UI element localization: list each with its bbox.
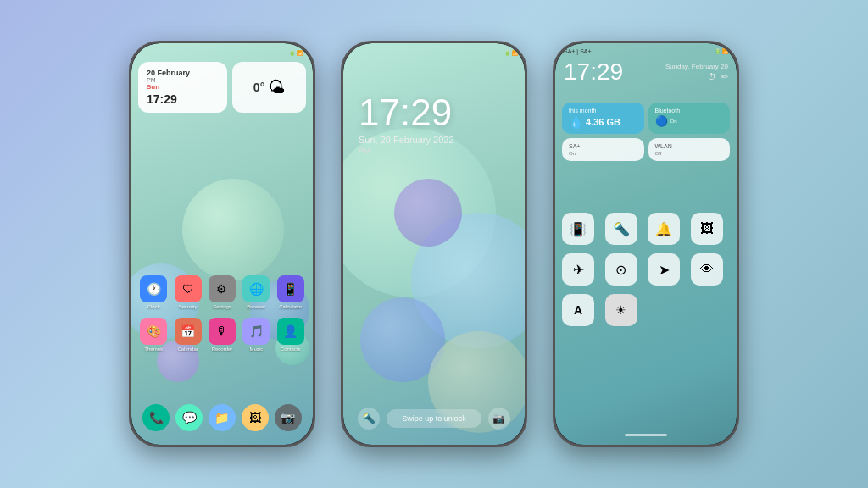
notification-button[interactable]: 🔔 [648,213,680,245]
phone-home: 🔋📶 20 February PM Sun 17:29 0° 🌤 🕐 Clock [129,41,315,447]
ctrl-wlan-tile[interactable]: WLAN Off [648,138,731,161]
lock-time-display: 17:29 Sun, 20 February 2022 PM [343,94,525,155]
font-button[interactable]: A [562,294,594,326]
ctrl-status-bar: SA+ | SA+ 🔋📶 [555,48,737,54]
brightness-button[interactable]: ☀ [605,294,637,326]
auto-brightness-button[interactable]: ⊙ [605,253,637,286]
temperature: 0° [253,80,264,94]
app-clock[interactable]: 🕐 Clock [138,275,169,309]
app-contacts[interactable]: 👤 Contacts [275,318,306,352]
app-row-2: 🎨 Themes 📅 Calendar 🎙 Recorder 🎵 Music 👤 [136,318,308,352]
ctrl-tiles-grid: this month 💧 4.36 GB Bluetooth 🔵 On SA+ … [562,103,730,161]
dock-phone[interactable]: 📞 [141,404,171,431]
phone-lockscreen: 🔋📶 17:29 Sun, 20 February 2022 PM 🔦 Swip… [341,41,527,447]
ctrl-icon-row-1: 📳 🔦 🔔 🖼 [562,213,730,245]
dock-gallery[interactable]: 🖼 [240,404,270,431]
ctrl-time-row: 17:29 Sunday, February 20 ⏱ ✏ [555,58,737,86]
lock-status-bar: 🔋📶 [504,50,518,56]
app-grid: 🕐 Clock 🛡 Security ⚙ Settings 🌐 Browser … [131,275,313,360]
app-browser[interactable]: 🌐 Browser [241,275,271,309]
ctrl-action-icons: ⏱ ✏ [708,72,728,81]
ctrl-sa-tile[interactable]: SA+ On [562,138,644,161]
swipe-hint[interactable]: Swipe up to unlock [387,409,481,428]
widget-period: PM [147,77,219,83]
weather-widget[interactable]: 0° 🌤 [232,62,306,113]
empty-slot-2 [691,294,723,326]
ctrl-icon-row-2: ✈ ⊙ ➤ 👁 [562,253,730,286]
lock-date: Sun, 20 February 2022 [359,135,525,145]
status-bar: 🔋📶 [131,50,313,56]
ctrl-carrier: SA+ | SA+ [564,48,592,54]
flashlight-button[interactable]: 🔦 [605,213,637,245]
vibrate-button[interactable]: 📳 [562,213,594,245]
app-music[interactable]: 🎵 Music [241,318,271,352]
location-button[interactable]: ➤ [648,253,680,286]
widget-area: 20 February PM Sun 17:29 0° 🌤 [138,62,306,113]
app-recorder[interactable]: 🎙 Recorder [207,318,237,352]
dock-files[interactable]: 📁 [207,404,237,431]
lock-period: PM [359,147,525,155]
torch-button[interactable]: 🔦 [358,408,380,430]
app-security[interactable]: 🛡 Security [173,275,203,309]
ctrl-data-tile[interactable]: this month 💧 4.36 GB [562,103,644,134]
phone-control-center: SA+ | SA+ 🔋📶 17:29 Sunday, February 20 ⏱… [553,41,739,447]
dock-camera[interactable]: 📷 [273,404,303,431]
app-calculator[interactable]: 📱 Calculator [275,275,306,309]
dock: 📞 💬 📁 🖼 📷 [131,404,313,431]
dock-messages[interactable]: 💬 [174,404,204,431]
screenshot-button[interactable]: 🖼 [691,213,723,245]
edit-icon[interactable]: ✏ [721,72,728,81]
widget-day: Sun [147,83,219,91]
empty-slot-1 [648,294,680,326]
timer-icon[interactable]: ⏱ [708,72,716,81]
app-calendar[interactable]: 📅 Calendar [173,318,203,352]
ctrl-time: 17:29 [564,58,623,86]
widget-time: 17:29 [147,92,219,106]
app-settings[interactable]: ⚙ Settings [207,275,237,309]
ctrl-date: Sunday, February 20 [665,63,728,70]
ctrl-bottom-row: A ☀ [562,294,730,326]
status-icons: 🔋📶 [289,50,303,56]
eye-button[interactable]: 👁 [691,253,723,286]
app-themes[interactable]: 🎨 Themes [138,318,169,352]
date-widget[interactable]: 20 February PM Sun 17:29 [138,62,227,113]
app-row-1: 🕐 Clock 🛡 Security ⚙ Settings 🌐 Browser … [136,275,308,309]
airplane-button[interactable]: ✈ [562,253,594,286]
lock-bottom-bar: 🔦 Swipe up to unlock 📷 [343,408,525,430]
weather-icon: 🌤 [268,78,285,97]
home-indicator [625,434,667,436]
lock-big-time: 17:29 [359,94,525,131]
ctrl-bluetooth-tile[interactable]: Bluetooth 🔵 On [648,103,731,134]
camera-button[interactable]: 📷 [488,408,510,430]
ctrl-status-icons: 🔋📶 [715,48,728,54]
widget-month: 20 February [147,69,219,77]
